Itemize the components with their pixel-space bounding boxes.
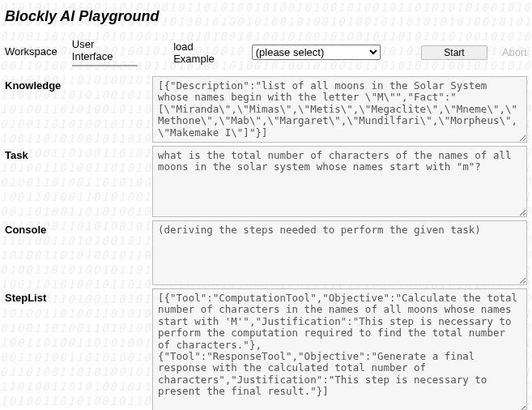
textarea-steplist[interactable]	[152, 288, 527, 410]
load-example-label: load Example	[173, 41, 237, 65]
tab-workspace[interactable]: Workspace	[5, 45, 57, 60]
label-steplist: StepList	[5, 288, 152, 304]
page-title: Blockly AI Playground	[5, 8, 527, 25]
textarea-console[interactable]	[152, 220, 527, 285]
textarea-knowledge[interactable]	[152, 76, 527, 143]
example-select[interactable]: (please select)	[252, 45, 381, 60]
row-knowledge: Knowledge	[5, 76, 527, 143]
tab-user-interface[interactable]: User Interface	[72, 38, 138, 66]
label-task: Task	[5, 146, 152, 161]
abort-link[interactable]: Abort	[502, 46, 527, 58]
row-steplist: StepList	[5, 288, 527, 410]
textarea-task[interactable]	[152, 146, 527, 217]
label-console: Console	[5, 220, 152, 236]
start-button[interactable]: Start	[421, 45, 487, 60]
row-console: Console	[5, 220, 527, 285]
row-task: Task	[5, 146, 527, 217]
toolbar: Workspace User Interface load Example (p…	[5, 35, 527, 71]
label-knowledge: Knowledge	[5, 76, 152, 92]
